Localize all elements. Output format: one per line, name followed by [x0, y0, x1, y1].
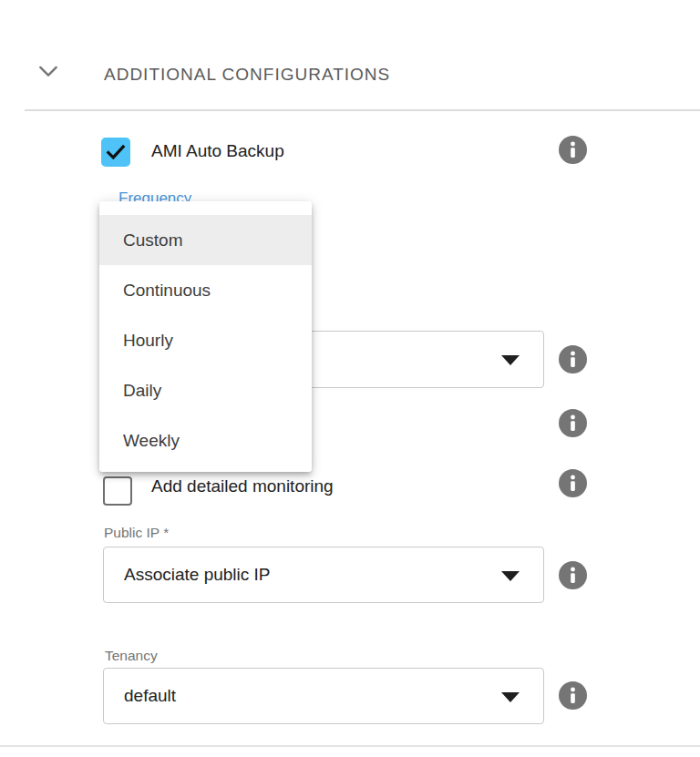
frequency-dropdown-menu: Custom Continuous Hourly Daily Weekly: [99, 201, 312, 472]
caret-down-icon: [501, 355, 520, 365]
ami-auto-backup-info-icon[interactable]: [559, 136, 587, 164]
section-collapse-chevron-down-icon[interactable]: [38, 64, 58, 80]
tenancy-field-label: Tenancy: [105, 648, 158, 664]
menu-item-daily[interactable]: Daily: [99, 365, 312, 415]
tenancy-info-icon[interactable]: [559, 681, 587, 710]
menu-item-continuous[interactable]: Continuous: [99, 265, 312, 315]
hidden-row-info-icon[interactable]: [559, 409, 587, 437]
menu-item-hourly[interactable]: Hourly: [99, 315, 312, 365]
detailed-monitoring-label: Add detailed monitoring: [151, 476, 334, 496]
caret-down-icon: [501, 692, 520, 702]
public-ip-selected-value: Associate public IP: [124, 565, 271, 585]
menu-item-weekly[interactable]: Weekly: [99, 415, 312, 465]
caret-down-icon: [501, 571, 520, 581]
detailed-monitoring-checkbox[interactable]: [103, 476, 132, 506]
section-title: ADDITIONAL CONFIGURATIONS: [104, 65, 390, 85]
ami-auto-backup-label: AMI Auto Backup: [151, 141, 284, 161]
checkmark-icon: [104, 140, 128, 164]
frequency-info-icon[interactable]: [559, 345, 587, 373]
ami-auto-backup-checkbox[interactable]: [101, 138, 130, 167]
tenancy-selected-value: default: [124, 686, 176, 706]
menu-item-custom[interactable]: Custom: [99, 215, 312, 265]
public-ip-info-icon[interactable]: [559, 561, 587, 589]
tenancy-select[interactable]: default: [103, 668, 544, 724]
bottom-divider: [0, 745, 700, 747]
detailed-monitoring-info-icon[interactable]: [559, 469, 587, 497]
section-divider: [25, 109, 700, 111]
public-ip-select[interactable]: Associate public IP: [103, 547, 544, 603]
public-ip-field-label: Public IP *: [104, 525, 169, 541]
